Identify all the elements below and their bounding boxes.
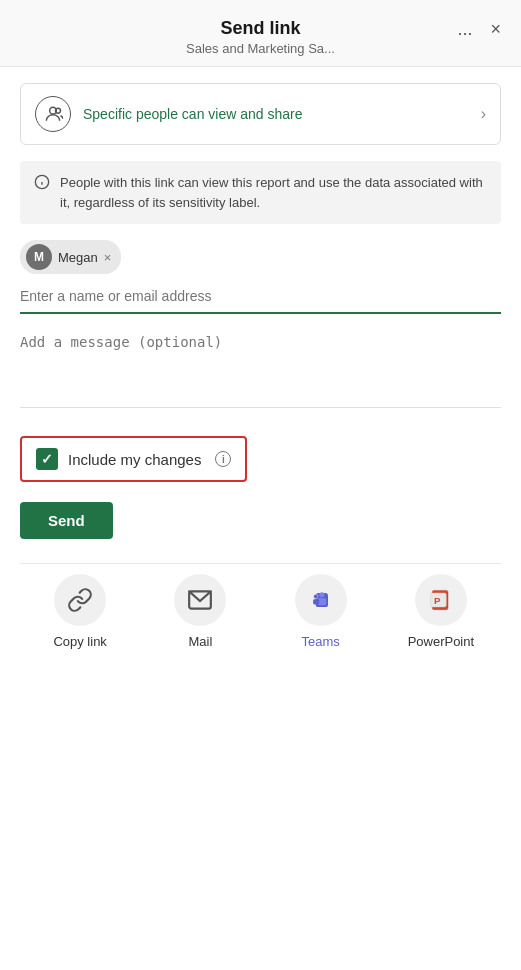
message-input[interactable] (20, 328, 501, 408)
dialog-header: Send link Sales and Marketing Sa... ... … (0, 0, 521, 67)
permission-text: Specific people can view and share (83, 106, 481, 122)
mail-option[interactable]: Mail (140, 574, 260, 649)
mail-icon-container (174, 574, 226, 626)
info-message: People with this link can view this repo… (60, 173, 487, 212)
header-actions: ... × (453, 16, 505, 42)
recipient-remove-button[interactable]: × (104, 251, 112, 264)
permission-chevron: › (481, 105, 486, 123)
copy-link-icon-container (54, 574, 106, 626)
recipient-chip: M Megan × (20, 240, 121, 274)
teams-option[interactable]: Teams (261, 574, 381, 649)
name-input-row (20, 284, 501, 314)
name-email-input[interactable] (20, 284, 501, 308)
checkbox-info-icon[interactable]: i (215, 451, 231, 467)
info-circle-icon (34, 174, 50, 193)
svg-point-1 (56, 108, 61, 113)
svg-point-9 (313, 594, 317, 598)
include-changes-label: Include my changes (68, 451, 201, 468)
recipients-row: M Megan × (20, 240, 501, 274)
powerpoint-label: PowerPoint (408, 634, 474, 649)
svg-text:P: P (434, 595, 441, 606)
share-options-row: Copy link Mail (20, 563, 501, 649)
powerpoint-icon-container: P (415, 574, 467, 626)
teams-label: Teams (301, 634, 339, 649)
include-changes-checkbox[interactable]: ✓ (36, 448, 58, 470)
copy-link-option[interactable]: Copy link (20, 574, 140, 649)
include-changes-row[interactable]: ✓ Include my changes i (20, 436, 247, 482)
copy-link-label: Copy link (53, 634, 106, 649)
info-box: People with this link can view this repo… (20, 161, 501, 224)
send-link-dialog: Send link Sales and Marketing Sa... ... … (0, 0, 521, 665)
mail-label: Mail (188, 634, 212, 649)
dialog-subtitle: Sales and Marketing Sa... (186, 41, 335, 56)
powerpoint-option[interactable]: P PowerPoint (381, 574, 501, 649)
dialog-content: Specific people can view and share › Peo… (0, 67, 521, 665)
permission-row[interactable]: Specific people can view and share › (20, 83, 501, 145)
dialog-title: Send link (220, 18, 300, 39)
send-button[interactable]: Send (20, 502, 113, 539)
checkmark-icon: ✓ (41, 451, 53, 467)
teams-icon-container (295, 574, 347, 626)
svg-rect-10 (313, 599, 319, 604)
recipient-name: Megan (58, 250, 98, 265)
close-button[interactable]: × (486, 16, 505, 42)
svg-point-7 (319, 592, 324, 597)
more-options-button[interactable]: ... (453, 16, 476, 42)
recipient-avatar: M (26, 244, 52, 270)
permission-icon (35, 96, 71, 132)
